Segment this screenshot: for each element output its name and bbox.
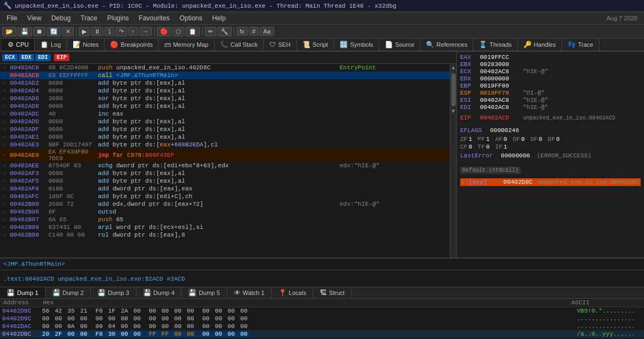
scroll-thumb[interactable] [451,73,456,106]
bp-indicator[interactable]: ○ [0,80,9,86]
btab-locals[interactable]: 📍 Locals [272,287,314,298]
flag-zf[interactable]: ZF1 [460,136,472,143]
toolbar-memory-bp[interactable]: 📋 [185,27,200,36]
table-row[interactable]: ○ 00402AC8 68 8C2D4000 push unpacked_exe… [0,64,450,72]
lasterror-val[interactable]: 00000000 [501,152,530,159]
reg-eax-val[interactable]: 0019FFCC [480,54,520,61]
toolbar-restart[interactable]: 🔄 [47,27,61,36]
reg-ecx-val[interactable]: 00402AC8 [480,68,520,75]
toolbar-run-to-cursor[interactable]: → [139,27,152,36]
flag-tf[interactable]: TF0 [478,144,490,150]
bp-indicator[interactable]: ○ [0,163,9,169]
table-row[interactable]: ○ 00402ADF 0000 add byte ptr ds:[eax],al [0,125,450,133]
tab-trace[interactable]: 👣 Trace [562,39,599,51]
toolbar-hardware-bp[interactable]: ⬡ [172,27,184,36]
table-row[interactable]: 04402DAC 00000A00 09040000 00000000 0000… [0,322,644,330]
flag-if[interactable]: IF1 [495,144,507,150]
bp-indicator[interactable]: ○ [0,194,9,200]
tab-cpu[interactable]: ⚙ CPU [2,39,35,52]
btab-dump3[interactable]: 💾 Dump 3 [91,287,137,298]
table-row[interactable]: ○ 00402B07 6A 65 push 65 [0,216,450,223]
tab-breakpoints[interactable]: 🔴 Breakpoints [105,39,159,51]
disasm-table[interactable]: ○ 00402AC8 68 8C2D4000 push unpacked_exe… [0,64,450,258]
bp-indicator[interactable]: ○ [0,65,9,71]
table-row[interactable]: ○ 00402AE3 8BF 26D17497 add byte ptr ds:… [0,141,450,149]
menu-debug[interactable]: Debug [47,13,75,23]
bp-indicator[interactable]: ○ [0,152,9,158]
table-row[interactable]: ○ 00402ADD 0000 add byte ptr ds:[eax],al [0,118,450,125]
bp-indicator[interactable]: ○ [0,73,9,79]
table-row[interactable]: ○ 00402AE1 0000 add byte ptr ds:[eax],al [0,133,450,141]
bp-indicator[interactable]: ○ [0,178,9,184]
reg-ebx-val[interactable]: 00283000 [480,61,520,68]
menu-help[interactable]: Help [208,13,231,23]
toolbar-step-into[interactable]: ⤵ [105,27,114,36]
toolbar-stop[interactable]: ⏹ [33,27,46,36]
table-row[interactable]: ○ 00402AF8 0100 add dword ptr ds:[eax],e… [0,185,450,193]
bp-indicator[interactable]: ○ [0,88,9,94]
bp-indicator[interactable]: ○ [0,232,9,238]
flag-df[interactable]: DF0 [548,136,560,143]
table-row[interactable]: ○ 00402AF3 0000 add byte ptr ds:[eax],al [0,170,450,177]
disasm-scrollbar[interactable]: ▲ ▼ [450,64,456,258]
toolbar-aa[interactable]: Aa [260,27,274,36]
table-row[interactable]: ○ 00402B09 637431 00 arpl word ptr ds:[e… [0,223,450,231]
toolbar-hash[interactable]: # [249,27,259,36]
tab-handles[interactable]: 🔑 Handles [518,39,562,51]
tab-seh[interactable]: 🛡 SEH [264,39,297,51]
toolbar-formula[interactable]: fx [237,27,248,36]
bp-indicator[interactable]: ○ [0,225,9,231]
bp-indicator[interactable]: ○ [0,217,9,223]
toolbar-assemble[interactable]: ✏ [205,27,216,36]
toolbar-patch[interactable]: 🔧 [217,27,232,36]
table-row[interactable]: 04402DBC 202F0000 F8300000 FFFF0000 0000… [0,330,644,338]
table-row[interactable]: ○ 00402AFC 106F 0C add byte ptr ds:[edi+… [0,193,450,200]
bp-indicator[interactable]: ○ [0,171,9,177]
flag-af[interactable]: AF0 [495,136,507,143]
scroll-up-arrow[interactable]: ▲ [450,64,456,72]
reg-ebp-val[interactable]: 0019FF80 [480,83,520,89]
tab-log[interactable]: 📋 Log [35,39,67,51]
btab-dump2[interactable]: 💾 Dump 2 [46,287,91,298]
tab-memory[interactable]: 🗃 Memory Map [159,39,214,51]
tab-source[interactable]: 📄 Source [379,39,421,51]
flags-val[interactable]: 00000246 [490,127,519,134]
toolbar-step-out[interactable]: ↑ [128,27,138,36]
table-row[interactable]: ○ 00402B00 C140 00 08 rol dword ptr ds:[… [0,231,450,239]
tab-threads[interactable]: 🧵 Threads [473,39,517,51]
menu-view[interactable]: View [23,13,46,23]
menu-options[interactable]: Options [175,13,206,23]
toolbar-run[interactable]: ▶ [79,27,90,36]
tab-symbols[interactable]: 🔣 Symbols [334,39,379,51]
flag-of[interactable]: OF0 [512,136,525,143]
tab-references[interactable]: 🔍 References [421,39,473,51]
flag-pf[interactable]: PF1 [478,136,490,143]
menu-file[interactable]: File [2,13,21,23]
dump-table[interactable]: 04402D8C 56423521 F01F2A00 00000000 0000… [0,307,644,339]
table-row[interactable]: ○ 00402B06 6F outsd [0,208,450,216]
bp-indicator[interactable]: ○ [0,142,9,148]
bp-indicator[interactable]: ○ [0,96,9,102]
bp-indicator[interactable]: ○ [0,127,9,133]
bp-indicator[interactable]: ○ [0,103,9,110]
reg-eip-val[interactable]: 00402ACD [480,114,520,121]
table-row[interactable]: 04402D9C 00000000 00000000 00000000 0000… [0,315,644,322]
table-row[interactable]: ○ 00402ADC 40 inc eax [0,110,450,118]
stack-row-1[interactable]: 1: [esp] 00402D8C unpacked_exe_in_iso.00… [460,178,641,186]
table-row[interactable]: ○ 00402AD6 3000 xor byte ptr ds:[eax],al [0,95,450,102]
table-row[interactable]: ○ 00402AE9 EA EF439FB0 7DC9 jmp far C970… [0,149,450,162]
menu-favourites[interactable]: Favourites [134,13,174,23]
bp-indicator[interactable]: ○ [0,201,9,207]
bp-indicator[interactable]: ○ [0,119,9,125]
stack-val[interactable]: 00402D8C [504,179,538,185]
menu-trace[interactable]: Trace [77,13,102,23]
bp-indicator[interactable]: ○ [0,111,9,117]
menu-plugins[interactable]: Plugins [103,13,133,23]
table-row[interactable]: ○ 00402B00 3500 72 add edx,dword ptr ds:… [0,200,450,208]
btab-dump5[interactable]: 💾 Dump 5 [182,287,227,298]
toolbar-step-over[interactable]: ↷ [116,27,127,36]
tab-script[interactable]: 📜 Script [297,39,334,51]
table-row[interactable]: ○ 00402AEE 8754DF 63 xchg dword ptr ds:[… [0,162,450,170]
bp-indicator[interactable]: ○ [0,186,9,192]
reg-edx-val[interactable]: 00000000 [480,75,520,82]
